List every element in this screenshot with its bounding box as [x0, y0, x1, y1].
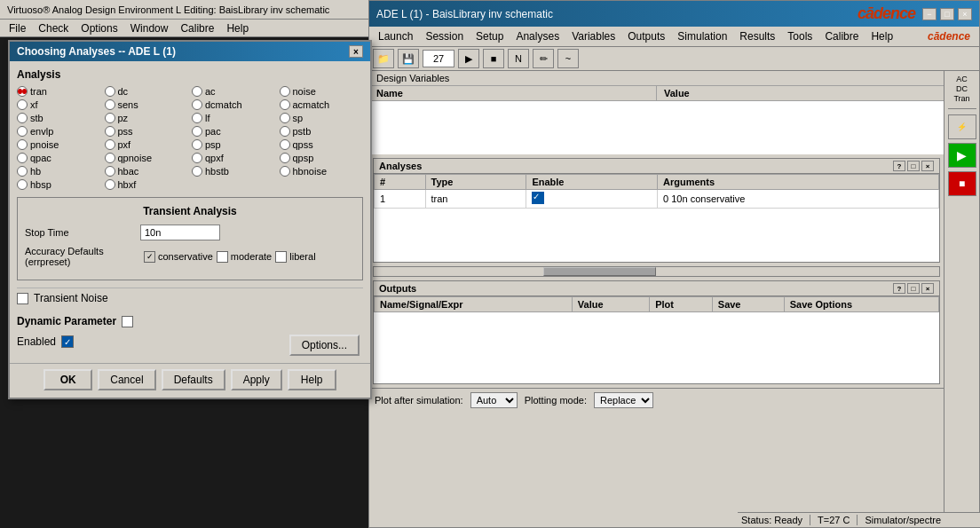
ade-menu-analyses[interactable]: Analyses [510, 28, 565, 44]
analyses-row-enable[interactable] [526, 190, 658, 209]
transient-analysis-section: Transient Analysis Stop Time Accuracy De… [17, 197, 363, 280]
radio-lf[interactable]: lf [192, 113, 276, 123]
radio-sp[interactable]: sp [280, 113, 364, 123]
analyses-scrollbar[interactable] [373, 266, 940, 277]
radio-hbac[interactable]: hbac [105, 166, 189, 177]
radio-xf[interactable]: xf [17, 99, 101, 110]
liberal-checkbox[interactable]: liberal [275, 251, 315, 263]
ade-menu-setup[interactable]: Setup [470, 28, 509, 44]
ade-menu-tools[interactable]: Tools [782, 28, 818, 44]
radio-pss[interactable]: pss [105, 126, 189, 137]
dialog-body: Analysis tran dc ac noise x [10, 61, 370, 363]
conservative-checkbox[interactable]: conservative [144, 251, 213, 263]
sidebar-play-btn[interactable]: ▶ [948, 143, 976, 168]
outputs-close-btn[interactable]: × [921, 283, 934, 294]
options-button[interactable]: Options... [289, 335, 360, 356]
ade-menu-results[interactable]: Results [734, 28, 780, 44]
toolbar-netlist-btn[interactable]: N [508, 49, 529, 68]
ade-close-btn[interactable]: × [958, 8, 972, 20]
radio-pz[interactable]: pz [105, 113, 189, 123]
radio-qpss[interactable]: qpss [280, 139, 364, 150]
stop-time-input[interactable] [140, 225, 220, 240]
transient-noise-checkbox[interactable] [17, 293, 28, 304]
enabled-checkbox[interactable]: ✓ [61, 335, 74, 348]
radio-pstb[interactable]: pstb [280, 126, 364, 137]
dialog-title: Choosing Analyses -- ADE L (1) [17, 45, 176, 58]
analyses-col-enable: Enable [526, 175, 658, 190]
moderate-label: moderate [231, 251, 272, 262]
plotting-mode-label: Plotting mode: [525, 395, 587, 406]
defaults-button[interactable]: Defaults [162, 369, 225, 390]
radio-qpnoise[interactable]: qpnoise [105, 153, 189, 163]
menu-check[interactable]: Check [33, 21, 74, 35]
ade-minimize-btn[interactable]: − [922, 8, 937, 20]
outputs-help-btn[interactable]: ? [893, 283, 905, 294]
sidebar-stop-btn[interactable]: ■ [948, 171, 976, 196]
plot-simulation-label: Plot after simulation: [375, 395, 463, 406]
radio-qpac[interactable]: qpac [17, 153, 101, 163]
menu-file[interactable]: File [4, 21, 31, 35]
ade-maximize-btn[interactable]: □ [940, 8, 954, 20]
sidebar-netlist-btn[interactable]: ⚡ [948, 114, 976, 139]
radio-qpxf[interactable]: qpxf [192, 153, 276, 163]
radio-hbsp[interactable]: hbsp [17, 179, 101, 190]
toolbar-save-btn[interactable]: 💾 [398, 49, 419, 68]
menu-help[interactable]: Help [221, 21, 254, 35]
toolbar-run-btn[interactable]: ▶ [458, 49, 479, 68]
radio-dcmatch[interactable]: dcmatch [192, 99, 276, 110]
radio-acmatch[interactable]: acmatch [280, 99, 364, 110]
transient-noise-label: Transient Noise [34, 292, 108, 304]
radio-pnoise[interactable]: pnoise [17, 139, 101, 150]
toolbar-edit-btn[interactable]: ✏ [533, 49, 554, 68]
ade-menu-launch[interactable]: Launch [373, 28, 418, 44]
analyses-row-1[interactable]: 1 tran 0 10n conservative [375, 190, 939, 209]
ok-button[interactable]: OK [43, 369, 92, 390]
help-button[interactable]: Help [288, 369, 336, 390]
outputs-section-title: Outputs [379, 283, 416, 294]
main-menubar: File Check Options Window Calibre Help [0, 20, 368, 37]
apply-button[interactable]: Apply [231, 369, 282, 390]
outputs-float-btn[interactable]: □ [907, 283, 920, 294]
radio-pac[interactable]: pac [192, 126, 276, 137]
ade-menu-session[interactable]: Session [420, 28, 469, 44]
radio-hbstb[interactable]: hbstb [192, 166, 276, 177]
moderate-checkbox[interactable]: moderate [217, 251, 272, 263]
toolbar-stop-btn[interactable]: ■ [483, 49, 504, 68]
dialog-close-btn[interactable]: × [349, 45, 363, 58]
menu-window[interactable]: Window [125, 21, 174, 35]
toolbar-wave-btn[interactable]: ~ [557, 49, 579, 68]
outputs-col-name: Name/Signal/Expr [375, 297, 573, 312]
analyses-close-btn[interactable]: × [921, 161, 934, 171]
radio-tran[interactable]: tran [17, 86, 101, 97]
plot-simulation-select[interactable]: Auto All None [470, 392, 518, 408]
ade-menu-calibre2[interactable]: Calibre [819, 28, 864, 44]
ade-menu-simulation[interactable]: Simulation [672, 28, 732, 44]
radio-hbnoise[interactable]: hbnoise [280, 166, 364, 177]
sidebar-ac-label: ACDCTran [953, 75, 969, 103]
ade-toolbar: 📁 💾 ▶ ■ N ✏ ~ [369, 47, 979, 71]
ade-menu-outputs[interactable]: Outputs [622, 28, 670, 44]
radio-pxf[interactable]: pxf [105, 139, 189, 150]
ade-menu-variables[interactable]: Variables [566, 28, 620, 44]
radio-qpsp[interactable]: qpsp [280, 153, 364, 163]
radio-psp[interactable]: psp [192, 139, 276, 150]
dynamic-parameter-checkbox[interactable] [122, 316, 133, 327]
zoom-input[interactable] [423, 53, 454, 64]
radio-stb[interactable]: stb [17, 113, 101, 123]
analyses-help-btn[interactable]: ? [893, 161, 905, 171]
analyses-section-title: Analyses [379, 161, 422, 171]
radio-ac[interactable]: ac [192, 86, 276, 97]
plotting-mode-select[interactable]: Replace Append [594, 392, 653, 408]
menu-calibre[interactable]: Calibre [175, 21, 219, 35]
ade-menu-help[interactable]: Help [865, 28, 898, 44]
radio-noise[interactable]: noise [280, 86, 364, 97]
cancel-button[interactable]: Cancel [98, 369, 155, 390]
analyses-float-btn[interactable]: □ [907, 161, 920, 171]
radio-dc[interactable]: dc [105, 86, 189, 97]
toolbar-open-btn[interactable]: 📁 [373, 49, 394, 68]
radio-hb[interactable]: hb [17, 166, 101, 177]
radio-hbxf[interactable]: hbxf [105, 179, 189, 190]
menu-options[interactable]: Options [75, 21, 122, 35]
radio-sens[interactable]: sens [105, 99, 189, 110]
radio-envlp[interactable]: envlp [17, 126, 101, 137]
